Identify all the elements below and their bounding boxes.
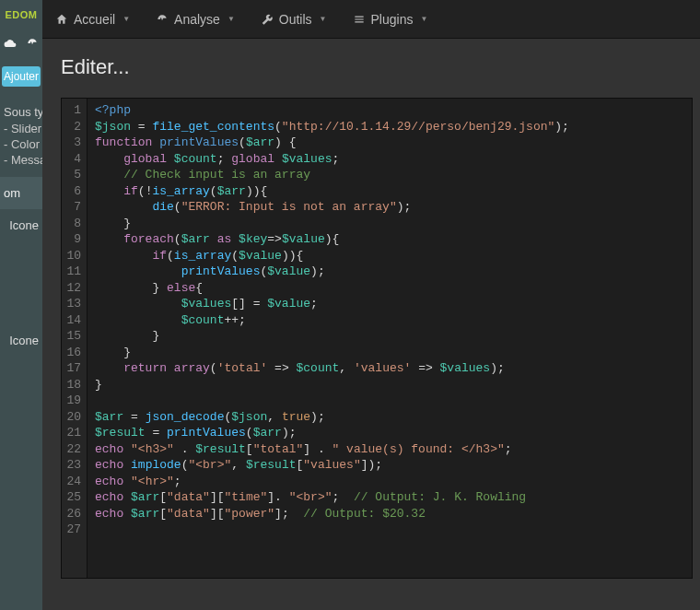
code-line[interactable]: $json = file_get_contents("http://10.1.1… [95,119,569,135]
wrench-icon [261,13,274,26]
left-sidebar: EDOM Ajouter Sous ty - Slider- Color- Me… [0,0,42,610]
code-line[interactable]: } else{ [95,280,569,297]
nav-item-analyse[interactable]: Analyse▼ [143,0,248,38]
code-content[interactable]: <?php$json = file_get_contents("http://1… [88,99,577,578]
editor-footer [61,579,693,610]
line-number: 13 [64,296,81,312]
line-number: 19 [64,393,81,409]
nav-label: Analyse [174,12,220,27]
line-number: 7 [64,199,81,216]
code-line[interactable]: $result = printValues($arr); [95,425,569,441]
line-number: 6 [64,183,81,200]
sidebar-block[interactable]: om [0,177,42,209]
line-number: 12 [64,280,81,297]
line-number: 27 [64,522,81,538]
code-line[interactable]: $arr = json_decode($json, true); [95,409,569,426]
line-number: 23 [64,457,81,474]
sidebar-icon-row [0,29,42,61]
nav-label: Plugins [371,12,414,27]
cloud-icon[interactable] [4,37,17,53]
dash-icon [156,13,169,26]
line-number: 16 [64,345,81,361]
code-line[interactable]: } [95,328,569,345]
nav-item-accueil[interactable]: Accueil▼ [42,0,143,38]
line-number: 18 [64,377,81,393]
sidebar-item-icone-1[interactable]: Icone [0,209,42,241]
code-line[interactable]: printValues($value); [95,264,569,280]
line-number: 10 [64,248,81,264]
code-line[interactable]: } [95,216,569,232]
code-line[interactable]: global $count; global $values; [95,151,569,168]
sidebar-item-icone-2[interactable]: Icone [0,324,42,357]
code-line[interactable]: if(is_array($value)){ [95,248,569,264]
code-line[interactable]: return array('total' => $count, 'values'… [95,360,569,377]
line-number: 11 [64,264,81,280]
code-line[interactable]: foreach($arr as $key=>$value){ [95,231,569,248]
nav-label: Accueil [74,12,115,27]
dashboard-icon[interactable] [26,37,39,53]
sidebar-item-label: Icone [9,218,39,232]
line-number: 17 [64,360,81,377]
list-icon [353,13,366,26]
code-line[interactable]: echo "<h3>" . $result["total"] . " value… [95,441,569,458]
code-line[interactable]: if(!is_array($arr)){ [95,183,569,200]
code-line[interactable]: } [95,345,569,361]
line-number: 24 [64,474,81,490]
line-number: 3 [64,135,81,151]
chevron-down-icon: ▼ [420,15,427,23]
line-number: 26 [64,506,81,522]
nav-item-outils[interactable]: Outils▼ [248,0,340,38]
sidebar-item[interactable]: - Color [0,136,42,152]
line-number: 25 [64,489,81,506]
line-number: 22 [64,441,81,458]
code-line[interactable]: echo "<hr>"; [95,474,569,490]
code-line[interactable]: $count++; [95,312,569,329]
line-number: 9 [64,231,81,248]
line-number: 5 [64,167,81,183]
code-line[interactable]: die("ERROR: Input is not an array"); [95,199,569,216]
line-number: 20 [64,409,81,426]
line-gutter: 1234567891011121314151617181920212223242… [62,99,88,578]
sidebar-item[interactable]: - Messa [0,152,42,168]
sidebar-item-label: Icone [9,334,39,347]
code-line[interactable] [95,522,569,538]
editor-panel: Editer... 123456789101112131415161718192… [42,39,700,610]
code-line[interactable]: <?php [95,102,569,119]
line-number: 1 [64,102,81,119]
code-line[interactable]: function printValues($arr) { [95,135,569,151]
code-line[interactable]: echo $arr["data"]["power"]; // Output: $… [95,506,569,522]
line-number: 8 [64,216,81,232]
sidebar-item[interactable]: - Slider [0,121,42,136]
code-line[interactable]: echo implode("<br>", $result["values"]); [95,457,569,474]
code-line[interactable]: echo $arr["data"]["time"]. "<br>"; // Ou… [95,489,569,506]
chevron-down-icon: ▼ [320,15,327,23]
brand-label: EDOM [0,0,42,29]
nav-label: Outils [279,12,312,27]
code-line[interactable]: // Check input is an array [95,167,569,183]
line-number: 21 [64,425,81,441]
code-line[interactable]: } [95,377,569,393]
code-line[interactable]: $values[] = $value; [95,296,569,312]
editor-title: Editer... [42,39,700,94]
code-editor[interactable]: 1234567891011121314151617181920212223242… [61,98,693,579]
nav-item-plugins[interactable]: Plugins▼ [340,0,441,38]
sidebar-heading-subtype: Sous ty [0,92,42,121]
top-nav: Accueil▼Analyse▼Outils▼Plugins▼ [42,0,700,39]
line-number: 4 [64,151,81,168]
home-icon [55,13,68,26]
chevron-down-icon: ▼ [122,15,130,23]
code-line[interactable] [95,393,569,409]
line-number: 15 [64,328,81,345]
line-number: 2 [64,119,81,135]
line-number: 14 [64,312,81,329]
chevron-down-icon: ▼ [228,15,235,23]
add-button[interactable]: Ajouter [2,66,41,87]
